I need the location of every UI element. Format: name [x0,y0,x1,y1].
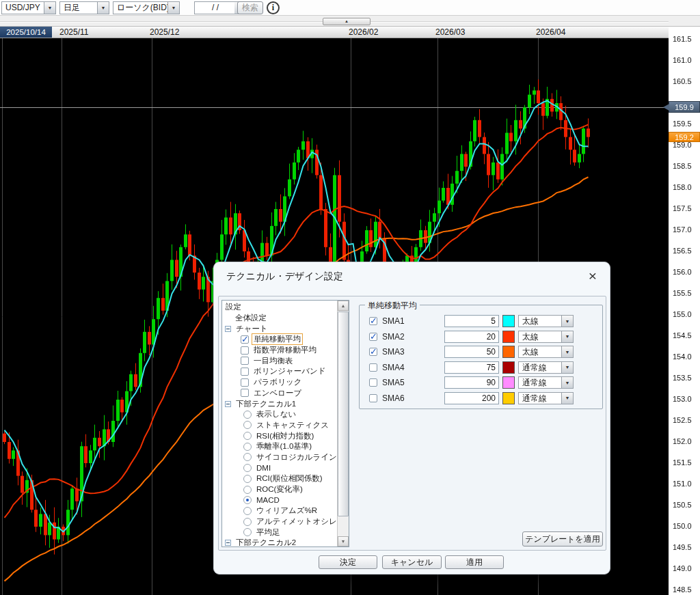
color-swatch[interactable] [502,376,515,389]
chevron-down-icon[interactable]: ▼ [561,331,573,342]
period-input[interactable] [444,331,499,343]
tree-root-item[interactable]: 設定 [223,302,336,313]
chevron-down-icon[interactable]: ▼ [97,2,109,14]
line-style-select[interactable]: 通常線▼ [518,376,574,389]
tree-item-単純移動平均[interactable]: 単純移動平均 [223,334,336,345]
chevron-down-icon[interactable]: ▼ [561,377,573,388]
checkbox[interactable] [369,363,377,372]
chevron-down-icon[interactable]: ▼ [561,362,573,373]
chevron-down-icon[interactable]: ▼ [561,316,573,327]
tree-scrollbar[interactable]: ▲ ▼ [337,301,349,546]
apply-button[interactable]: 適用 [445,555,504,569]
period-input[interactable] [444,392,499,404]
checkbox[interactable] [241,368,249,376]
radio-button[interactable] [243,464,252,472]
tree-item-label: 下部テクニカル2 [234,538,297,546]
tree-item-DMI[interactable]: DMI [223,462,336,473]
tree-item-平均足[interactable]: 平均足 [223,527,336,538]
currency-pair-select[interactable]: USD/JPY ▼ [1,1,56,14]
color-swatch[interactable] [502,392,515,404]
color-swatch[interactable] [502,346,515,358]
color-swatch[interactable] [502,315,515,327]
radio-button[interactable] [243,496,252,504]
line-style-select[interactable]: 太線▼ [518,331,574,343]
tree-collapse-icon[interactable] [225,326,231,332]
period-input[interactable] [444,315,499,327]
radio-button[interactable] [243,453,252,461]
period-input[interactable] [444,376,499,389]
checkbox[interactable] [369,348,377,356]
apply-template-button[interactable]: テンプレートを適用 [522,531,603,546]
info-icon[interactable]: i [267,1,280,14]
radio-button[interactable] [243,432,252,440]
chevron-down-icon[interactable]: ▼ [44,2,55,14]
line-style-select[interactable]: 通常線▼ [518,392,574,404]
checkbox[interactable] [369,333,377,341]
line-style-select[interactable]: 通常線▼ [518,361,574,374]
radio-button[interactable] [243,443,252,451]
scroll-down-icon[interactable]: ▼ [338,536,349,546]
tree-item-一目均衡表[interactable]: 一目均衡表 [223,355,336,366]
tree-item-ボリンジャーバンド[interactable]: ボリンジャーバンド [223,366,336,377]
checkbox[interactable] [241,335,249,344]
tree-item-ストキャスティクス[interactable]: ストキャスティクス [223,420,336,431]
period-input[interactable] [444,346,499,358]
line-style-select[interactable]: 太線▼ [518,346,574,358]
tree-item-サイコロジカルライン[interactable]: サイコロジカルライン [223,452,336,463]
checkbox[interactable] [241,378,249,387]
checkbox[interactable] [369,394,377,402]
tree-item-MACD[interactable]: MACD [223,495,336,506]
tree-item-全体設定[interactable]: 全体設定 [223,313,336,324]
tree-item-表示しない[interactable]: 表示しない [223,409,336,420]
checkbox[interactable] [241,346,249,355]
scroll-up-icon[interactable]: ▲ [338,301,349,311]
tree-item-下部テクニカル1[interactable]: 下部テクニカル1 [223,398,336,409]
checkbox[interactable] [241,357,249,365]
tree-item-label: 表示しない [255,409,297,419]
price-axis-label: 154.5 [673,331,699,340]
tree-item-label: MACD [255,496,281,504]
collapse-toolbar-button[interactable]: ▲ [323,18,371,25]
sma-row-SMA6: SMA6通常線▼ [360,391,602,405]
radio-button[interactable] [243,518,252,526]
tree-item-パラボリック[interactable]: パラボリック [223,377,336,388]
tree-item-アルティメットオシレーター[interactable]: アルティメットオシレーター [223,516,336,527]
cancel-button[interactable]: キャンセル [382,555,442,569]
tree-collapse-icon[interactable] [225,401,231,407]
radio-button[interactable] [243,486,252,494]
radio-button[interactable] [243,421,252,429]
tree-item-RSI(相対力指数)[interactable]: RSI(相対力指数) [223,430,336,441]
tree-collapse-icon[interactable] [225,540,231,546]
date-jump-input[interactable]: / / [194,1,235,14]
radio-button[interactable] [243,507,252,515]
scrollbar-thumb[interactable] [338,312,349,516]
close-icon[interactable]: × [584,268,601,284]
search-button[interactable]: 検索 [237,1,263,14]
tree-item-乖離率(1.0基準)[interactable]: 乖離率(1.0基準) [223,441,336,452]
checkbox[interactable] [241,389,249,397]
date-axis[interactable]: 2025/10/14 2025/112025/122026/022026/032… [0,27,669,38]
radio-button[interactable] [243,475,252,483]
chevron-down-icon[interactable]: ▼ [561,393,573,404]
tree-item-RCI(順位相関係数)[interactable]: RCI(順位相関係数) [223,473,336,484]
chevron-down-icon[interactable]: ▼ [167,2,179,14]
tree-item-ウィリアムズ%R[interactable]: ウィリアムズ%R [223,506,336,516]
radio-button[interactable] [243,528,252,536]
tree-item-label: ボリンジャーバンド [252,366,327,376]
tree-item-エンベロープ[interactable]: エンベロープ [223,388,336,399]
tree-item-チャート[interactable]: チャート [223,323,336,334]
chart-type-select[interactable]: ローソク(BID) ▼ [113,1,180,14]
tree-item-下部テクニカル2[interactable]: 下部テクニカル2 [223,538,336,546]
decide-button[interactable]: 決定 [319,555,377,569]
checkbox[interactable] [369,317,377,325]
timeframe-select[interactable]: 日足 ▼ [59,1,109,14]
radio-button[interactable] [243,411,252,419]
color-swatch[interactable] [502,361,515,374]
period-input[interactable] [444,361,499,374]
tree-item-ROC(変化率)[interactable]: ROC(変化率) [223,484,336,495]
chevron-down-icon[interactable]: ▼ [561,346,573,357]
color-swatch[interactable] [502,331,515,343]
checkbox[interactable] [369,378,377,387]
tree-item-指数平滑移動平均[interactable]: 指数平滑移動平均 [223,345,336,356]
line-style-select[interactable]: 太線▼ [518,315,574,327]
